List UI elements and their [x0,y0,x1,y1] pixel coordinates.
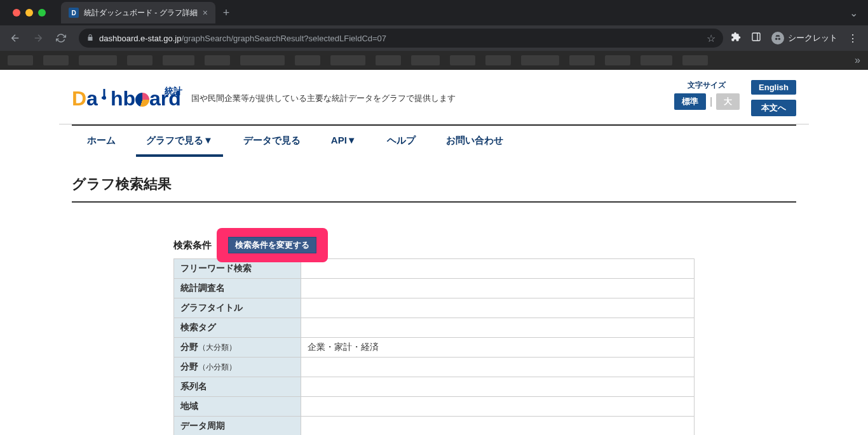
incognito-icon [771,32,784,44]
row-label: 地域 [174,397,301,417]
main-nav: ホーム グラフで見る▼ データで見る API▼ ヘルプ お問い合わせ [72,124,796,156]
new-tab-button[interactable]: + [215,6,238,20]
browser-chrome: D 統計ダッシュボード - グラフ詳細 × + ⌄ dashboard.e-st… [0,0,868,70]
address-bar[interactable]: dashboard.e-stat.go.jp/graphSearch/graph… [79,29,723,48]
bookmark-item[interactable] [127,55,153,65]
bookmark-item[interactable] [485,55,511,65]
bookmark-item[interactable] [330,55,365,65]
change-conditions-button[interactable]: 検索条件を変更する [228,237,316,253]
conditions-table: フリーワード検索 統計調査名 グラフタイトル 検索タグ 分野（大分類） [173,258,695,435]
font-standard-button[interactable]: 標準 [674,93,706,110]
highlight-annotation: 検索条件を変更する [217,228,328,262]
minimize-window-button[interactable] [25,9,33,17]
extensions-icon[interactable] [731,32,741,44]
table-row: 統計調査名 [174,279,695,298]
table-row: 分野（小分類） [174,358,695,377]
row-label: 分野（小分類） [174,358,301,377]
bookmark-item[interactable] [521,55,559,65]
logo[interactable]: 統計 Dahbard [72,88,181,109]
site-header: 統計 Dahbard 国や民間企業等が提供している主要な統計データをグラフで提供… [72,70,796,124]
tab-title: 統計ダッシュボード - グラフ詳細 [84,8,198,18]
nav-graph[interactable]: グラフで見る▼ [131,126,228,156]
tab-list-chevron-icon[interactable]: ⌄ [839,7,868,19]
tab-bar: D 統計ダッシュボード - グラフ詳細 × + ⌄ [0,0,868,25]
search-conditions-panel: 検索条件 検索条件を変更する フリーワード検索 統計調査名 グラフタイトル [173,228,695,435]
bookmark-item[interactable] [682,55,708,65]
maximize-window-button[interactable] [38,9,46,17]
row-label: 系列名 [174,377,301,397]
lock-icon [86,34,94,43]
svg-point-4 [102,96,106,100]
row-label: グラフタイトル [174,298,301,318]
table-row: 地域 [174,397,695,417]
bookmark-item[interactable] [163,55,194,65]
row-value [301,417,695,436]
font-size-label: 文字サイズ [688,80,726,91]
bookmark-item[interactable] [43,55,69,65]
skip-to-content-button[interactable]: 本文へ [751,100,796,116]
toolbar: dashboard.e-stat.go.jp/graphSearch/graph… [0,25,868,51]
bookmark-item[interactable] [205,55,230,65]
nav-home[interactable]: ホーム [72,126,131,156]
table-row: グラフタイトル [174,298,695,318]
bookmark-item[interactable] [605,55,630,65]
nav-data[interactable]: データで見る [228,126,316,156]
nav-contact[interactable]: お問い合わせ [431,126,519,156]
logo-char: a [86,87,98,110]
panel-icon[interactable] [751,32,761,44]
row-value [301,377,695,397]
close-tab-icon[interactable]: × [203,8,208,18]
row-label: 分野（大分類） [174,338,301,358]
row-value [301,279,695,298]
nav-help[interactable]: ヘルプ [372,126,431,156]
bookmark-item[interactable] [376,55,401,65]
row-value [301,358,695,377]
star-icon[interactable]: ☆ [707,32,715,44]
svg-rect-0 [752,33,760,41]
row-value [301,298,695,318]
incognito-indicator: シークレット [771,32,837,44]
reload-button[interactable] [51,28,71,48]
back-button[interactable] [5,28,25,48]
english-button[interactable]: English [751,80,796,95]
close-window-button[interactable] [13,9,20,17]
bookmark-item[interactable] [641,55,672,65]
bookmark-item[interactable] [240,55,285,65]
logo-char: D [72,87,86,110]
nav-api[interactable]: API▼ [316,126,372,156]
window-controls [5,9,53,17]
row-value: 企業・家計・経済 [301,338,695,358]
divider: | [710,96,712,107]
browser-tab[interactable]: D 統計ダッシュボード - グラフ詳細 × [61,2,215,23]
logo-subtitle: 統計 [165,86,182,97]
bookmark-item[interactable] [411,55,440,65]
bookmark-item[interactable] [569,55,595,65]
bookmark-bar: » [0,51,868,70]
menu-icon[interactable]: ⋮ [848,32,858,44]
row-label: データ周期 [174,417,301,436]
bookmark-item[interactable] [8,55,33,65]
search-conditions-label: 検索条件 [173,239,212,251]
table-row: 検索タグ [174,318,695,338]
tagline: 国や民間企業等が提供している主要な統計データをグラフで提供します [191,93,456,104]
logo-char: hb [111,87,135,110]
bookmark-item[interactable] [79,55,117,65]
forward-button[interactable] [28,28,48,48]
svg-point-2 [775,37,778,40]
logo-pie-icon [135,93,149,107]
row-value [301,318,695,338]
table-row: 系列名 [174,377,695,397]
logo-gauge-icon [98,89,111,105]
table-row: 分野（大分類） 企業・家計・経済 [174,338,695,358]
url-text: dashboard.e-stat.go.jp/graphSearch/graph… [99,34,386,43]
font-large-button[interactable]: 大 [716,93,740,110]
bookmark-item[interactable] [450,55,475,65]
page-title: グラフ検索結果 [72,175,796,203]
bookmark-overflow-icon[interactable]: » [855,55,860,66]
row-value [301,397,695,417]
bookmark-item[interactable] [295,55,320,65]
row-label: 検索タグ [174,318,301,338]
row-label: 統計調査名 [174,279,301,298]
table-row: データ周期 [174,417,695,436]
tab-favicon-icon: D [69,8,79,18]
